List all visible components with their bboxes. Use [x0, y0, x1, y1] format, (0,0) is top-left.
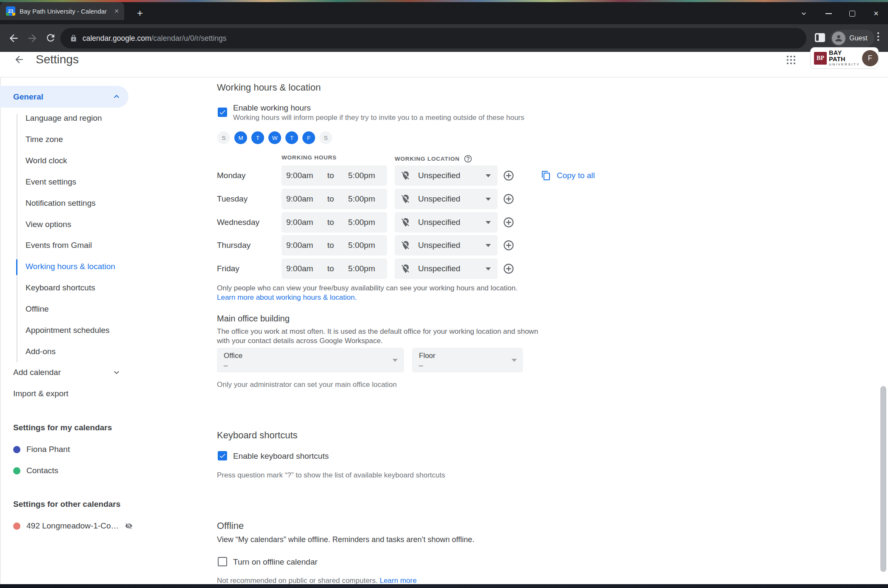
window-edge — [0, 77, 1, 584]
offline-learn-more-link[interactable]: Learn more — [380, 577, 417, 585]
day-chip[interactable]: W — [268, 131, 281, 144]
window-minimize-button[interactable] — [823, 9, 834, 18]
sidebar-section-general[interactable]: General — [0, 86, 128, 108]
turn-on-offline-calendar-label: Turn on offline calendar — [233, 557, 318, 567]
account-card[interactable]: BP BAY PATH UNIVERSITY F — [810, 47, 879, 69]
working-location-select[interactable]: Unspecified — [395, 235, 498, 256]
location-value: Unspecified — [418, 241, 460, 250]
hours-range-field[interactable]: 9:00am to 5:00pm — [282, 235, 387, 256]
sidebar-item-appointment-schedules[interactable]: Appointment schedules — [26, 320, 145, 341]
to-label: to — [327, 218, 334, 227]
day-chip[interactable]: M — [234, 131, 247, 144]
sidebar-item-import-export[interactable]: Import & export — [13, 383, 132, 404]
location-value: Unspecified — [418, 171, 460, 180]
copy-icon — [541, 170, 551, 181]
hours-range-field[interactable]: 9:00am to 5:00pm — [282, 165, 387, 186]
start-time[interactable]: 9:00am — [286, 264, 313, 273]
add-time-period-button[interactable] — [503, 170, 515, 182]
working-hours-column-header: WORKING HOURS — [282, 154, 337, 161]
scrollbar-thumb[interactable] — [880, 386, 886, 572]
working-location-select[interactable]: Unspecified — [395, 189, 498, 209]
checkmark-icon — [219, 452, 226, 460]
address-bar[interactable]: calendar.google.com/calendar/u/0/r/setti… — [60, 28, 806, 48]
page-title: Settings — [36, 53, 79, 66]
start-time[interactable]: 9:00am — [286, 241, 313, 250]
end-time[interactable]: 5:00pm — [348, 218, 375, 227]
add-time-period-button[interactable] — [503, 216, 515, 228]
location-off-icon — [401, 194, 411, 204]
window-maximize-button[interactable] — [846, 9, 858, 18]
dropdown-caret-icon — [486, 244, 491, 247]
sidebar-item-time-zone[interactable]: Time zone — [26, 129, 145, 150]
back-button[interactable] — [14, 54, 25, 65]
day-chip[interactable]: F — [302, 131, 315, 144]
hours-range-field[interactable]: 9:00am to 5:00pm — [282, 212, 387, 233]
browser-menu-icon[interactable] — [877, 32, 879, 41]
copy-to-all-button[interactable]: Copy to all — [541, 165, 595, 186]
hours-range-field[interactable]: 9:00am to 5:00pm — [282, 258, 387, 279]
avatar[interactable]: F — [862, 50, 878, 66]
sidebar-item-add-ons[interactable]: Add-ons — [26, 341, 145, 362]
working-location-select[interactable]: Unspecified — [395, 258, 498, 279]
sidebar-item-keyboard-shortcuts[interactable]: Keyboard shortcuts — [26, 277, 145, 298]
day-label: Friday — [217, 258, 239, 279]
location-off-icon — [401, 240, 411, 250]
add-time-period-button[interactable] — [503, 263, 515, 275]
sidebar-calendar-fiona-phant[interactable]: Fiona Phant — [13, 442, 132, 457]
add-time-period-button[interactable] — [503, 239, 515, 251]
day-label: Wednesday — [217, 212, 259, 233]
tab-title: Bay Path University - Calendar - G — [20, 8, 109, 15]
sidebar-item-offline[interactable]: Offline — [26, 298, 145, 320]
main-office-description: The office you work at most often. It is… — [217, 327, 541, 345]
location-off-icon — [401, 170, 411, 181]
help-icon[interactable] — [464, 154, 472, 163]
day-chip[interactable]: S — [319, 131, 332, 144]
browser-titlebar: 23 Bay Path University - Calendar - G ✕ — [0, 2, 888, 24]
add-time-period-button[interactable] — [503, 193, 515, 205]
browser-tab[interactable]: 23 Bay Path University - Calendar - G ✕ — [0, 2, 124, 20]
working-location-select[interactable]: Unspecified — [395, 212, 498, 233]
day-chip[interactable]: S — [217, 131, 230, 144]
admin-note: Only your administrator can set your mai… — [217, 381, 397, 389]
tab-search-chevron-icon[interactable] — [798, 9, 810, 18]
end-time[interactable]: 5:00pm — [348, 171, 375, 180]
sidebar-calendar-492-longmeadow[interactable]: 492 Longmeadow-1-Co… — [13, 518, 132, 534]
office-select[interactable]: Office – — [217, 348, 404, 372]
working-location-select[interactable]: Unspecified — [395, 165, 498, 186]
google-apps-grid-icon[interactable] — [786, 55, 796, 65]
new-tab-button[interactable]: + — [137, 9, 143, 17]
profile-chip[interactable]: Guest — [830, 30, 874, 47]
day-chip[interactable]: T — [251, 131, 264, 144]
side-panel-icon[interactable] — [815, 33, 825, 42]
working-hours-learn-more-link[interactable]: Learn more about working hours & locatio… — [217, 293, 357, 302]
browser-reload-button[interactable] — [45, 32, 57, 44]
window-close-button[interactable]: ✕ — [870, 9, 882, 18]
sidebar-item-language-and-region[interactable]: Language and region — [26, 108, 145, 129]
my-calendars-heading: Settings for my calendars — [13, 423, 112, 432]
end-time[interactable]: 5:00pm — [348, 241, 375, 250]
day-selector: SMTWTFS — [217, 131, 332, 144]
enable-working-hours-checkbox[interactable] — [218, 108, 227, 117]
browser-back-button[interactable] — [8, 32, 20, 44]
screen: 23 Bay Path University - Calendar - G ✕ … — [0, 0, 888, 588]
hours-range-field[interactable]: 9:00am to 5:00pm — [282, 189, 387, 209]
turn-on-offline-calendar-checkbox[interactable] — [218, 557, 227, 566]
day-chip[interactable]: T — [285, 131, 298, 144]
dropdown-caret-icon — [486, 198, 491, 201]
dropdown-caret-icon — [393, 359, 398, 362]
sidebar-calendar-contacts[interactable]: Contacts — [13, 463, 132, 478]
floor-select[interactable]: Floor – — [412, 348, 523, 372]
working-location-column-header: WORKING LOCATION — [395, 154, 472, 163]
end-time[interactable]: 5:00pm — [348, 194, 375, 204]
browser-forward-button[interactable] — [26, 32, 38, 44]
start-time[interactable]: 9:00am — [286, 171, 313, 180]
tab-close-icon[interactable]: ✕ — [113, 7, 120, 15]
start-time[interactable]: 9:00am — [286, 194, 313, 204]
enable-working-hours-description: Working hours will inform people if they… — [233, 114, 524, 122]
lock-icon — [70, 34, 77, 42]
main-office-heading: Main office building — [217, 314, 290, 324]
enable-keyboard-shortcuts-checkbox[interactable] — [218, 451, 227, 460]
settings-header — [0, 52, 888, 77]
start-time[interactable]: 9:00am — [286, 218, 313, 227]
end-time[interactable]: 5:00pm — [348, 264, 375, 273]
